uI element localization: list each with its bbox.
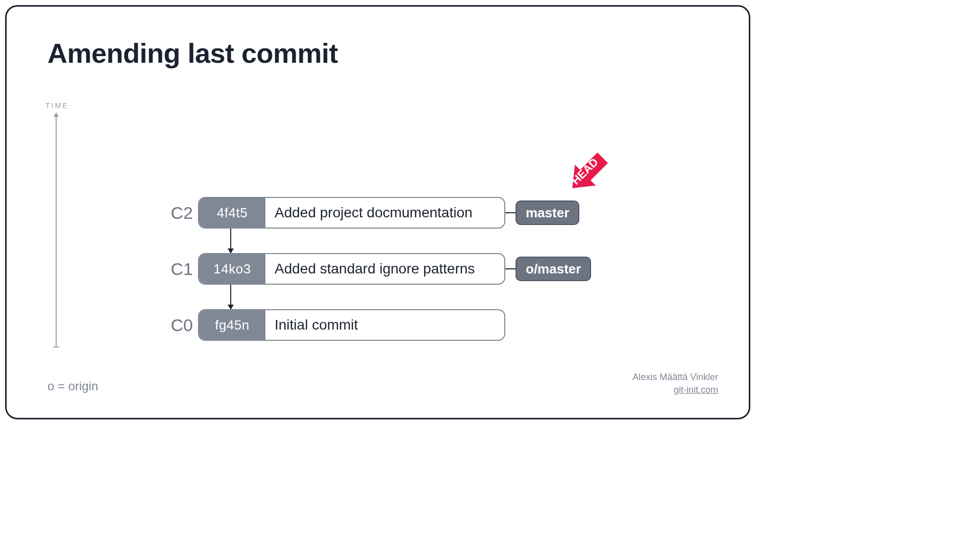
commit-label: C0 <box>157 315 193 335</box>
commit-box: 14ko3 Added standard ignore patterns <box>198 253 505 285</box>
commit-message: Added standard ignore patterns <box>265 261 475 277</box>
commit-label: C1 <box>157 259 193 279</box>
commit-hash: fg45n <box>199 310 265 340</box>
time-axis-label: TIME <box>45 102 68 110</box>
parent-arrow-c1-c0 <box>230 285 231 309</box>
slide-frame: Amending last commit TIME C2 4f4t5 Added… <box>5 5 750 419</box>
commit-row-c2: C2 4f4t5 Added project docmumentation ma… <box>157 197 579 229</box>
commit-message: Initial commit <box>265 317 358 333</box>
author-name: Alexis Määttä Vinkler <box>632 371 718 384</box>
commit-row-c1: C1 14ko3 Added standard ignore patterns … <box>157 253 591 285</box>
branch-tag-origin-master: o/master <box>516 257 591 281</box>
commit-message: Added project docmumentation <box>265 205 473 221</box>
slide-title: Amending last commit <box>47 37 338 69</box>
commit-box: fg45n Initial commit <box>198 309 505 341</box>
connector <box>505 212 516 213</box>
commit-hash: 14ko3 <box>199 254 265 284</box>
time-axis <box>56 113 57 347</box>
commit-label: C2 <box>157 203 193 223</box>
commit-hash: 4f4t5 <box>199 198 265 228</box>
branch-tag-master: master <box>516 201 579 225</box>
head-label: HEAD <box>569 156 601 187</box>
connector <box>505 268 516 269</box>
author-site: git-init.com <box>632 384 718 396</box>
commit-row-c0: C0 fg45n Initial commit <box>157 309 505 341</box>
legend-origin: o = origin <box>47 379 98 393</box>
parent-arrow-c2-c1 <box>230 229 231 253</box>
commit-box: 4f4t5 Added project docmumentation <box>198 197 505 229</box>
attribution: Alexis Määttä Vinkler git-init.com <box>632 371 718 396</box>
